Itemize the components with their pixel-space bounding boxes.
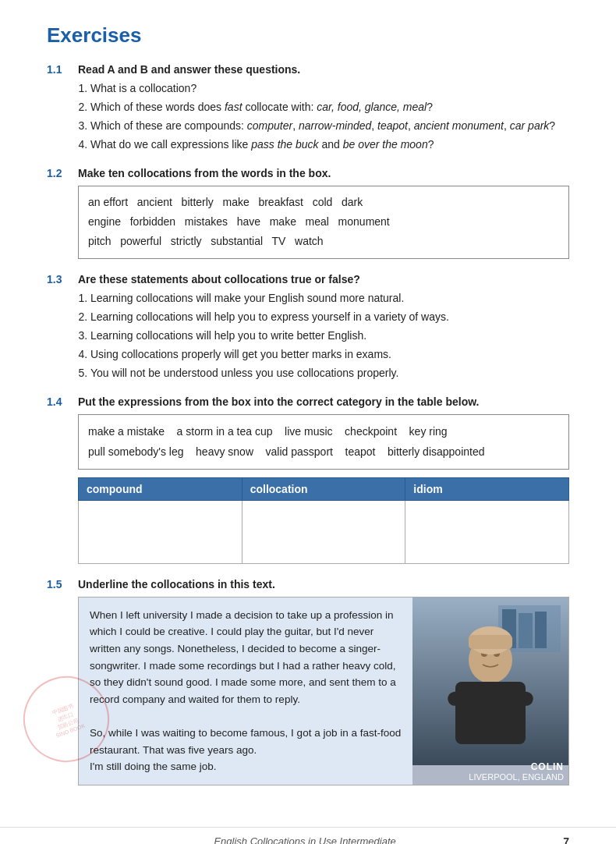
section-1-1-list: What is a collocation? Which of these wo… — [90, 80, 569, 153]
section-num-1-2: 1.2 — [47, 167, 70, 179]
list-item: Learning collocations will help you to w… — [90, 328, 569, 344]
section-num-1-1: 1.1 — [47, 63, 70, 76]
section-1-5: 1.5 Underline the collocations in this t… — [47, 578, 569, 785]
person-caption: COLIN LIVERPOOL, ENGLAND — [469, 761, 564, 782]
footer: English Collocations in Use Intermediate… — [0, 827, 616, 844]
section-1-1: 1.1 Read A and B and answer these questi… — [47, 63, 569, 153]
section-1-2: 1.2 Make ten collocations from the words… — [47, 167, 569, 259]
table-header-idiom: idiom — [405, 477, 569, 500]
page-title: Exercises — [47, 23, 569, 48]
expression-box-1-4: make a mistake a storm in a tea cup live… — [78, 414, 569, 470]
list-item: You will not be understood unless you us… — [90, 365, 569, 381]
footer-text: English Collocations in Use Intermediate — [47, 835, 563, 844]
list-item: Using collocations properly will get you… — [90, 346, 569, 363]
table-header-collocation: collocation — [242, 477, 405, 500]
person-location: LIVERPOOL, ENGLAND — [469, 772, 564, 782]
section-title-1-1: Read A and B and answer these questions. — [78, 63, 300, 76]
text-passage: When I left university I made a decision… — [78, 597, 569, 785]
svg-rect-4 — [535, 612, 547, 648]
list-item: What is a collocation? — [90, 80, 569, 97]
list-item: Which of these are compounds: computer, … — [90, 118, 569, 134]
section-1-3: 1.3 Are these statements about collocati… — [47, 273, 569, 381]
list-item: Learning collocations will make your Eng… — [90, 290, 569, 307]
section-num-1-5: 1.5 — [47, 578, 70, 590]
table-cell-collocation — [242, 500, 405, 563]
list-item: What do we call expressions like pass th… — [90, 137, 569, 153]
section-title-1-2: Make ten collocations from the words in … — [78, 167, 331, 179]
footer-page-number: 7 — [563, 835, 569, 844]
svg-rect-12 — [469, 635, 512, 649]
person-image: COLIN LIVERPOOL, ENGLAND — [412, 598, 568, 785]
svg-rect-3 — [519, 613, 533, 648]
table-header-compound: compound — [79, 477, 243, 500]
table-cell-idiom — [405, 500, 569, 563]
section-1-4: 1.4 Put the expressions from the box int… — [47, 395, 569, 564]
person-name: COLIN — [531, 761, 564, 772]
section-num-1-3: 1.3 — [47, 273, 70, 285]
section-title-1-3: Are these statements about collocations … — [78, 273, 360, 285]
table-row — [79, 500, 569, 563]
section-title-1-4: Put the expressions from the box into th… — [78, 395, 479, 408]
word-box-1-2: an effort ancient bitterly make breakfas… — [78, 186, 569, 259]
list-item: Which of these words does fast collocate… — [90, 99, 569, 115]
categories-table: compound collocation idiom — [78, 477, 569, 564]
section-1-3-list: Learning collocations will make your Eng… — [90, 290, 569, 381]
table-cell-compound — [79, 500, 243, 563]
list-item: Learning collocations will help you to e… — [90, 309, 569, 325]
section-num-1-4: 1.4 — [47, 395, 70, 408]
section-title-1-5: Underline the collocations in this text. — [78, 578, 275, 590]
passage-text: When I left university I made a decision… — [79, 598, 412, 785]
